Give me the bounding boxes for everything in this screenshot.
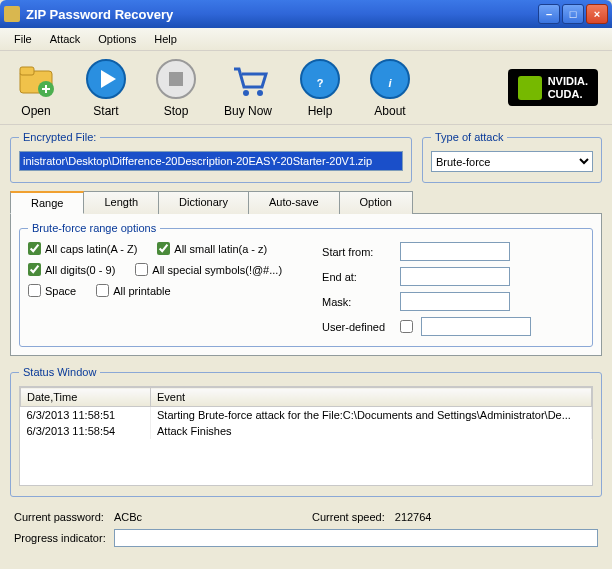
menu-help[interactable]: Help [146,31,185,47]
table-row[interactable]: 6/3/2013 11:58:54Attack Finishes [21,423,592,439]
nvidia-brand: NVIDIA. [548,75,588,87]
titlebar: ZIP Password Recovery – □ × [0,0,612,28]
svg-text:?: ? [317,77,324,89]
current-speed-value: 212764 [395,511,432,523]
tab-body: Brute-force range options All caps latin… [10,213,602,356]
status-table: Date,Time Event 6/3/2013 11:58:51Startin… [20,387,592,439]
close-button[interactable]: × [586,4,608,24]
start-label: Start [93,104,118,118]
current-password-label: Current password: [14,511,104,523]
attack-type-select[interactable]: Brute-force [431,151,593,172]
encrypted-file-input[interactable] [19,151,403,171]
open-label: Open [21,104,50,118]
endat-input[interactable] [400,267,510,286]
footer-text: ZIP Password Recovery Trial,Version 4.0.… [0,559,612,569]
space-checkbox[interactable]: Space [28,284,76,297]
window-title: ZIP Password Recovery [26,7,536,22]
startfrom-label: Start from: [322,246,392,258]
digits-checkbox[interactable]: All digits(0 - 9) [28,263,115,276]
about-label: About [374,104,405,118]
attack-type-legend: Type of attack [431,131,507,143]
mask-input[interactable] [400,292,510,311]
minimize-button[interactable]: – [538,4,560,24]
tab-range[interactable]: Range [10,191,84,214]
play-icon [84,57,128,101]
table-row[interactable]: 6/3/2013 11:58:51Starting Brute-force at… [21,407,592,424]
bf-legend: Brute-force range options [28,222,160,234]
encrypted-file-group: Encrypted File: [10,131,412,183]
maximize-button[interactable]: □ [562,4,584,24]
tab-option[interactable]: Option [339,191,413,214]
progress-label: Progress indicator: [14,532,106,544]
cart-icon [226,57,270,101]
attack-type-group: Type of attack Brute-force [422,131,602,183]
caps-checkbox[interactable]: All caps latin(A - Z) [28,242,137,255]
svg-rect-5 [169,72,183,86]
open-button[interactable]: Open [14,57,58,118]
tab-dictionary[interactable]: Dictionary [158,191,249,214]
symbols-checkbox[interactable]: All special symbols(!@#...) [135,263,282,276]
svg-rect-1 [20,67,34,75]
info-icon: i [368,57,412,101]
nvidia-badge: NVIDIA.CUDA. [508,69,598,105]
app-icon [4,6,20,22]
status-legend: Status Window [19,366,100,378]
current-info: Current password:ACBc Current speed:2127… [14,511,598,523]
startfrom-input[interactable] [400,242,510,261]
buy-label: Buy Now [224,104,272,118]
nvidia-icon [518,76,542,100]
help-button[interactable]: ? Help [298,57,342,118]
col-event[interactable]: Event [151,388,592,407]
menu-options[interactable]: Options [90,31,144,47]
svg-point-6 [243,90,249,96]
progress-bar [114,529,598,547]
small-checkbox[interactable]: All small latin(a - z) [157,242,267,255]
col-datetime[interactable]: Date,Time [21,388,151,407]
start-button[interactable]: Start [84,57,128,118]
help-icon: ? [298,57,342,101]
buy-button[interactable]: Buy Now [224,57,272,118]
menu-file[interactable]: File [6,31,40,47]
nvidia-product: CUDA. [548,88,583,100]
tabs: Range Length Dictionary Auto-save Option [10,191,602,214]
printable-checkbox[interactable]: All printable [96,284,170,297]
help-label: Help [308,104,333,118]
tab-length[interactable]: Length [83,191,159,214]
current-password-value: ACBc [114,511,142,523]
encrypted-file-legend: Encrypted File: [19,131,100,143]
tab-autosave[interactable]: Auto-save [248,191,340,214]
progress-row: Progress indicator: [14,529,598,547]
brute-force-options-group: Brute-force range options All caps latin… [19,222,593,347]
stop-button[interactable]: Stop [154,57,198,118]
stop-icon [154,57,198,101]
toolbar: Open Start Stop Buy Now ? Help i About N… [0,51,612,125]
current-speed-label: Current speed: [312,511,385,523]
about-button[interactable]: i About [368,57,412,118]
endat-label: End at: [322,271,392,283]
menu-attack[interactable]: Attack [42,31,89,47]
status-window-group: Status Window Date,Time Event 6/3/2013 1… [10,366,602,497]
stop-label: Stop [164,104,189,118]
folder-open-icon [14,57,58,101]
userdef-label: User-defined [322,321,392,333]
svg-point-7 [257,90,263,96]
mask-label: Mask: [322,296,392,308]
userdef-input[interactable] [421,317,531,336]
userdef-checkbox[interactable] [400,320,413,333]
menubar: File Attack Options Help [0,28,612,51]
